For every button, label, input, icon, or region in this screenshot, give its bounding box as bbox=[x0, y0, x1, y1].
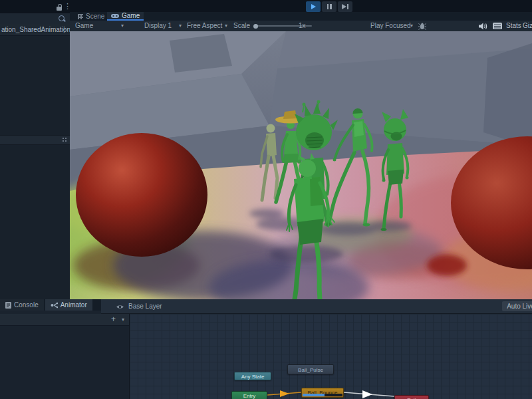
play-focused-dropdown[interactable]: Play Focused bbox=[370, 21, 411, 31]
scene-icon bbox=[78, 14, 83, 19]
splitter-grip-icon bbox=[62, 137, 67, 143]
state-progress-bar bbox=[303, 394, 342, 396]
tab-scene-label: Scene bbox=[86, 13, 104, 20]
game-scene bbox=[70, 31, 532, 299]
breadcrumb-base-layer[interactable]: Base Layer bbox=[128, 299, 162, 314]
search-icon[interactable] bbox=[59, 15, 65, 21]
row-menu-icon[interactable]: ⋮ bbox=[61, 26, 68, 33]
game-viewport[interactable] bbox=[70, 31, 532, 299]
step-icon bbox=[342, 4, 346, 9]
panel-menu-icon[interactable]: ⋮ bbox=[64, 3, 71, 10]
left-panel-subheader bbox=[0, 13, 70, 25]
view-tab-strip: Scene Game bbox=[70, 12, 532, 21]
animation-title-row[interactable]: ation_SharedAnimation* ⋮ bbox=[0, 24, 70, 36]
state-node-any-state[interactable]: Any State bbox=[234, 372, 271, 380]
console-icon bbox=[5, 302, 11, 309]
state-progress-fill bbox=[303, 394, 325, 396]
bottom-dock: Console Animator Base Layer Auto Live Li… bbox=[0, 299, 532, 399]
state-node-ball-bounce[interactable]: Ball_Bounce bbox=[301, 388, 344, 398]
chevron-down-icon[interactable]: ▾ bbox=[410, 21, 413, 31]
chevron-down-icon[interactable]: ▾ bbox=[179, 21, 182, 31]
straw-hat-crown bbox=[283, 110, 297, 119]
tab-animator-label: Animator bbox=[61, 301, 87, 309]
lock-icon[interactable] bbox=[57, 4, 62, 11]
auto-live-link-button[interactable]: Auto Live Link bbox=[502, 301, 532, 311]
chevron-down-icon[interactable]: ▾ bbox=[122, 317, 124, 323]
animation-title: ation_SharedAnimation* bbox=[1, 26, 70, 33]
panel-splitter[interactable] bbox=[0, 135, 70, 145]
pause-button[interactable] bbox=[322, 1, 336, 12]
play-button[interactable] bbox=[306, 1, 321, 12]
small-red-blob bbox=[427, 255, 467, 276]
display-dropdown[interactable]: Display 1 bbox=[144, 21, 172, 31]
stats-button[interactable]: Stats bbox=[506, 21, 521, 31]
scale-label: Scale bbox=[233, 21, 250, 31]
chevron-down-icon[interactable]: ▾ bbox=[225, 21, 227, 31]
tab-console-label: Console bbox=[14, 301, 39, 309]
step-button[interactable] bbox=[338, 1, 352, 12]
tab-game[interactable]: Game bbox=[107, 12, 144, 21]
play-icon bbox=[311, 4, 316, 9]
animator-breadcrumb-bar: Base Layer Auto Live Link bbox=[101, 299, 532, 314]
mute-audio-icon[interactable] bbox=[479, 23, 487, 30]
red-sphere-left bbox=[76, 133, 207, 257]
transition-arrowhead-exit bbox=[362, 390, 372, 398]
layers-panel: + ▾ bbox=[0, 314, 130, 399]
add-layer-button[interactable]: + bbox=[111, 315, 116, 324]
stats-panel-icon[interactable] bbox=[493, 23, 502, 29]
game-toolbar: Game ▾ Display 1 ▾ Free Aspect ▾ Scale 1… bbox=[70, 21, 532, 32]
tab-game-label: Game bbox=[122, 12, 140, 19]
left-panel: ation_SharedAnimation* ⋮ bbox=[0, 13, 70, 299]
tab-scene[interactable]: Scene bbox=[74, 12, 108, 21]
chevron-down-icon[interactable]: ▾ bbox=[121, 21, 124, 31]
tab-animator[interactable]: Animator bbox=[45, 299, 92, 311]
gizmos-button[interactable]: Gizmos bbox=[523, 21, 532, 31]
tab-console[interactable]: Console bbox=[0, 299, 44, 311]
state-node-ball-pulse[interactable]: Ball_Pulse bbox=[287, 364, 334, 374]
gamepad-icon bbox=[111, 13, 119, 19]
scale-slider-knob[interactable] bbox=[253, 24, 258, 29]
play-controls bbox=[306, 1, 352, 12]
game-menu-dropdown[interactable]: Game bbox=[75, 21, 93, 31]
state-node-exit[interactable]: Exit bbox=[394, 395, 429, 399]
bug-icon[interactable] bbox=[418, 23, 426, 30]
state-node-entry[interactable]: Entry bbox=[231, 391, 267, 399]
transition-arrowhead-entry bbox=[280, 390, 289, 397]
unity-editor-window: ⋮ ation_SharedAnimation* ⋮ Scene Game bbox=[0, 0, 532, 399]
layers-panel-header: + ▾ bbox=[0, 314, 129, 326]
animator-icon bbox=[51, 302, 58, 309]
eye-icon[interactable] bbox=[116, 304, 124, 310]
dock-tab-strip: Console Animator bbox=[0, 299, 101, 311]
animator-graph[interactable]: Any State Ball_Pulse Entry Ball_Bounce E… bbox=[130, 314, 532, 399]
pause-icon bbox=[327, 4, 332, 9]
transition-arrows bbox=[130, 314, 532, 399]
scale-value: 1x bbox=[299, 21, 306, 31]
aspect-dropdown[interactable]: Free Aspect bbox=[187, 21, 222, 31]
